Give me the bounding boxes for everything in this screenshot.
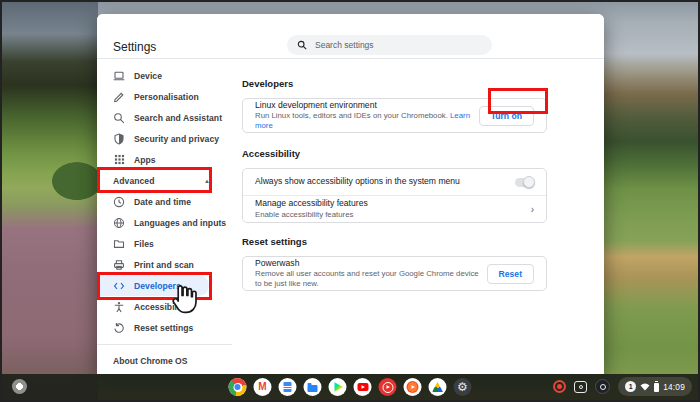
sidebar-item-label: Advanced xyxy=(113,176,154,186)
sidebar-item-label: Languages and inputs xyxy=(134,218,226,228)
sidebar-item-label: Security and privacy xyxy=(134,134,219,144)
shield-icon xyxy=(113,133,125,145)
sidebar-item-reset-settings[interactable]: Reset settings xyxy=(97,317,232,338)
sidebar-item-label: Accessibility xyxy=(134,302,187,312)
sidebar-item-personalisation[interactable]: Personalisation xyxy=(97,86,232,107)
gear-icon: ⚙ xyxy=(457,381,468,393)
tray-app-icon[interactable] xyxy=(595,379,610,394)
files-icon[interactable] xyxy=(304,378,322,396)
reset-button[interactable]: Reset xyxy=(487,264,534,284)
screen-record-icon[interactable] xyxy=(553,380,566,393)
sidebar-item-label: Search and Assistant xyxy=(134,113,222,123)
settings-app-icon[interactable]: ⚙ xyxy=(454,378,472,396)
linux-row: Linux development environment Run Linux … xyxy=(243,99,546,132)
manage-accessibility-subtitle: Enable accessibility features xyxy=(255,210,523,220)
accessibility-options-toggle[interactable] xyxy=(515,178,534,187)
sidebar-item-print-scan[interactable]: Print and scan xyxy=(97,254,232,275)
window-header: Settings Search settings xyxy=(97,14,604,59)
settings-sidebar: Device Personalisation Search and Assist… xyxy=(97,59,232,374)
accessibility-toggle-row: Always show accessibility options in the… xyxy=(243,169,546,195)
linux-row-text: Linux development environment Run Linux … xyxy=(255,100,479,132)
globe-icon xyxy=(113,217,125,229)
laptop-icon xyxy=(113,70,125,82)
sidebar-item-files[interactable]: Files xyxy=(97,233,232,254)
sidebar-item-label: Date and time xyxy=(134,197,191,207)
powerwash-text: Powerwash Remove all user accounts and r… xyxy=(255,258,487,290)
accessibility-toggle-title: Always show accessibility options in the… xyxy=(255,176,515,188)
sidebar-item-label: About Chrome OS xyxy=(113,356,187,366)
developers-section-heading: Developers xyxy=(242,78,604,89)
printer-icon xyxy=(113,259,125,271)
pen-icon xyxy=(113,91,125,103)
page-title: Settings xyxy=(113,40,156,54)
linux-card: Linux development environment Run Linux … xyxy=(242,98,547,133)
sidebar-item-label: Device xyxy=(134,71,162,81)
turn-on-button[interactable]: Turn on xyxy=(479,106,534,126)
sidebar-item-label: Print and scan xyxy=(134,260,194,270)
manage-accessibility-row[interactable]: Manage accessibility features Enable acc… xyxy=(243,196,546,222)
settings-window: × Settings Search settings Devic xyxy=(97,14,604,374)
gmail-icon[interactable]: M xyxy=(254,378,272,396)
status-area[interactable]: 1 14:09 xyxy=(618,377,692,396)
accessibility-toggle-text: Always show accessibility options in the… xyxy=(255,176,515,188)
clock-icon xyxy=(113,196,125,208)
play-movies-icon[interactable] xyxy=(379,378,397,396)
shelf-apps: M ⚙ xyxy=(229,378,472,396)
reset-section-heading: Reset settings xyxy=(242,236,604,247)
search-placeholder: Search settings xyxy=(315,40,374,50)
powerwash-row: Powerwash Remove all user accounts and r… xyxy=(243,257,546,290)
sidebar-item-accessibility[interactable]: Accessibility xyxy=(97,296,232,317)
search-icon xyxy=(113,112,125,124)
sidebar-item-label: Developers xyxy=(134,281,181,291)
desktop-wallpaper-left xyxy=(2,2,98,400)
sidebar-item-device[interactable]: Device xyxy=(97,65,232,86)
manage-accessibility-text: Manage accessibility features Enable acc… xyxy=(255,198,523,220)
notification-badge: 1 xyxy=(625,381,636,392)
linux-title: Linux development environment xyxy=(255,100,479,112)
settings-content: Developers Linux development environment… xyxy=(232,59,604,374)
powerwash-card: Powerwash Remove all user accounts and r… xyxy=(242,256,547,291)
accessibility-card: Always show accessibility options in the… xyxy=(242,168,547,223)
chrome-icon[interactable] xyxy=(229,378,247,396)
reset-icon xyxy=(113,322,125,334)
powerwash-subtitle: Remove all user accounts and reset your … xyxy=(255,269,487,289)
sidebar-item-languages-inputs[interactable]: Languages and inputs xyxy=(97,212,232,233)
accessibility-section-heading: Accessibility xyxy=(242,148,604,159)
shelf: M ⚙ 1 14:09 xyxy=(2,374,698,400)
status-tray: 1 14:09 xyxy=(553,377,692,396)
sidebar-item-developers[interactable]: Developers xyxy=(97,275,209,296)
drive-icon[interactable] xyxy=(429,378,447,396)
sidebar-item-search-assistant[interactable]: Search and Assistant xyxy=(97,107,232,128)
apps-grid-icon xyxy=(113,154,125,166)
launcher-button[interactable] xyxy=(12,379,27,394)
linux-subtitle: Run Linux tools, editors and IDEs on you… xyxy=(255,111,479,131)
sidebar-item-advanced[interactable]: Advanced ▲ xyxy=(97,170,232,191)
folder-icon xyxy=(113,238,125,250)
gmail-letter: M xyxy=(258,382,266,392)
docs-icon[interactable] xyxy=(279,378,297,396)
sidebar-item-label: Apps xyxy=(134,155,156,165)
sidebar-item-date-time[interactable]: Date and time xyxy=(97,191,232,212)
chevron-right-icon: › xyxy=(523,204,534,215)
search-icon xyxy=(297,36,307,54)
sidebar-item-apps[interactable]: Apps xyxy=(97,149,232,170)
chromeos-desktop: × Settings Search settings Devic xyxy=(0,0,700,402)
sidebar-item-label: Reset settings xyxy=(134,323,193,333)
screen-capture-icon[interactable] xyxy=(574,381,587,393)
accessibility-icon xyxy=(113,301,125,313)
sidebar-item-about-chrome-os[interactable]: About Chrome OS xyxy=(97,350,232,371)
linux-subtitle-text: Run Linux tools, editors and IDEs on you… xyxy=(255,111,450,120)
manage-accessibility-title: Manage accessibility features xyxy=(255,198,523,210)
toggle-knob xyxy=(523,176,535,188)
sidebar-item-label: Files xyxy=(134,239,154,249)
google-tv-icon[interactable] xyxy=(404,378,422,396)
clock-text: 14:09 xyxy=(663,382,685,392)
code-icon xyxy=(113,280,125,292)
youtube-icon[interactable] xyxy=(354,378,372,396)
wifi-icon xyxy=(640,383,650,391)
play-store-icon[interactable] xyxy=(329,378,347,396)
search-input[interactable]: Search settings xyxy=(287,35,492,55)
battery-icon xyxy=(654,383,659,392)
sidebar-item-security-privacy[interactable]: Security and privacy xyxy=(97,128,232,149)
chevron-up-icon: ▲ xyxy=(204,178,210,184)
